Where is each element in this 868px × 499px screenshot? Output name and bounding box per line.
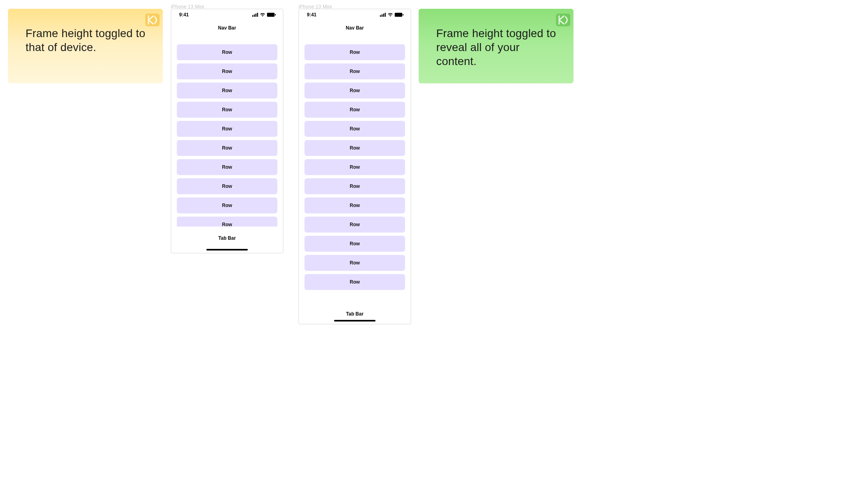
status-icons — [380, 13, 403, 17]
svg-rect-10 — [383, 14, 384, 17]
callout-reveal-content: Frame height toggled to reveal all of yo… — [419, 9, 573, 83]
list-row[interactable]: Row — [177, 140, 277, 156]
list-row[interactable]: Row — [177, 178, 277, 194]
status-icons — [252, 13, 276, 17]
device-frame-clipped: 9:41 Nav Bar RowRowRowRowRowRowRowRowRow… — [171, 9, 283, 253]
svg-rect-4 — [255, 14, 257, 17]
list-row[interactable]: Row — [304, 255, 405, 271]
list-row[interactable]: Row — [177, 159, 277, 175]
list-row[interactable]: Row — [304, 159, 405, 175]
cellular-icon — [380, 13, 386, 17]
list-row[interactable]: Row — [177, 217, 277, 227]
list-row[interactable]: Row — [304, 197, 405, 213]
status-bar: 9:41 — [299, 9, 411, 20]
device-frame-expanded: 9:41 Nav Bar RowRowRowRowRowRowRowRowRow… — [299, 9, 411, 324]
list-row[interactable]: Row — [304, 44, 405, 60]
callout-text: Frame height toggled to that of device. — [26, 26, 148, 54]
rows-container-clipped[interactable]: RowRowRowRowRowRowRowRowRowRow — [177, 44, 277, 227]
list-row[interactable]: Row — [304, 102, 405, 118]
battery-icon — [395, 13, 403, 17]
list-row[interactable]: Row — [304, 217, 405, 233]
logo-icon — [555, 12, 571, 28]
svg-rect-7 — [275, 14, 276, 16]
list-row[interactable]: Row — [177, 197, 277, 213]
list-row[interactable]: Row — [304, 140, 405, 156]
svg-rect-2 — [252, 15, 253, 17]
list-row[interactable]: Row — [304, 63, 405, 79]
home-indicator — [206, 249, 248, 250]
nav-bar: Nav Bar — [299, 20, 411, 35]
svg-rect-5 — [257, 13, 258, 17]
tab-bar: Tab Bar — [299, 301, 411, 317]
wifi-icon — [260, 13, 265, 17]
home-indicator — [334, 320, 376, 321]
svg-rect-11 — [385, 13, 386, 17]
nav-bar: Nav Bar — [171, 20, 283, 35]
list-row[interactable]: Row — [304, 121, 405, 137]
wifi-icon — [388, 13, 393, 17]
list-row[interactable]: Row — [304, 274, 405, 290]
list-row[interactable]: Row — [304, 178, 405, 194]
callout-device-height: Frame height toggled to that of device. — [8, 9, 163, 83]
status-time: 9:41 — [179, 12, 189, 18]
status-time: 9:41 — [307, 12, 316, 18]
svg-rect-13 — [403, 14, 403, 16]
battery-icon — [267, 13, 276, 17]
rows-container-expanded: RowRowRowRowRowRowRowRowRowRowRowRowRow — [304, 44, 405, 290]
callout-text: Frame height toggled to reveal all of yo… — [436, 26, 559, 68]
list-row[interactable]: Row — [177, 44, 277, 60]
list-row[interactable]: Row — [177, 63, 277, 79]
list-row[interactable]: Row — [177, 102, 277, 118]
svg-rect-0 — [145, 14, 160, 26]
svg-rect-9 — [382, 14, 383, 17]
list-row[interactable]: Row — [177, 83, 277, 99]
svg-rect-1 — [556, 14, 570, 26]
tab-bar: Tab Bar — [171, 231, 283, 241]
svg-rect-12 — [395, 13, 402, 17]
list-row[interactable]: Row — [304, 236, 405, 252]
list-row[interactable]: Row — [177, 121, 277, 137]
cellular-icon — [252, 13, 258, 17]
list-row[interactable]: Row — [304, 83, 405, 99]
svg-rect-3 — [254, 14, 255, 17]
logo-icon — [144, 12, 160, 28]
svg-rect-6 — [267, 13, 275, 17]
svg-rect-8 — [380, 15, 381, 17]
status-bar: 9:41 — [171, 9, 283, 20]
